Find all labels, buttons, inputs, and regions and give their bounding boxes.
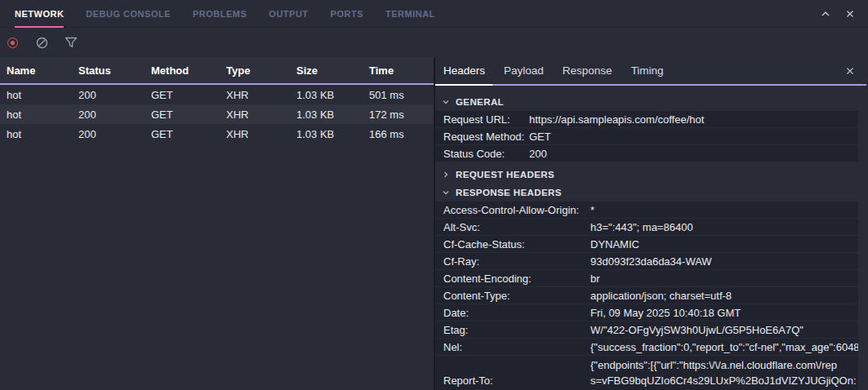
details-tab-bar: Headers Payload Response Timing xyxy=(435,57,866,86)
chevron-up-icon[interactable] xyxy=(819,7,832,20)
cell-time: 172 ms xyxy=(369,109,434,121)
filter-icon[interactable] xyxy=(65,36,78,49)
header-row: Date: Fri, 09 May 2025 10:40:18 GMT xyxy=(435,304,858,321)
tab-headers[interactable]: Headers xyxy=(443,64,485,77)
table-row[interactable]: hot 200 GET XHR 1.03 KB 166 ms xyxy=(0,124,434,144)
cell-type: XHR xyxy=(226,128,296,140)
table-row[interactable]: hot 200 GET XHR 1.03 KB 501 ms xyxy=(0,85,434,104)
details-content: GENERAL Request URL: https://api.samplea… xyxy=(435,86,866,390)
header-row: Etag: W/"422-OFgVyjSW3h0UjwL/G5P5HoE6A7Q… xyxy=(435,321,858,338)
cell-name: hot xyxy=(7,109,78,121)
header-value: h3=":443"; ma=86400 xyxy=(590,221,858,233)
cell-method: GET xyxy=(151,109,226,121)
tab-ports[interactable]: PORTS xyxy=(331,0,363,28)
network-panel-body: Name Status Method Type Size Time hot 20… xyxy=(0,57,868,390)
cell-size: 1.03 KB xyxy=(296,128,369,140)
header-value: GET xyxy=(529,131,858,143)
section-title: RESPONSE HEADERS xyxy=(456,188,562,197)
cell-type: XHR xyxy=(226,89,296,101)
table-row[interactable]: hot 200 GET XHR 1.03 KB 172 ms xyxy=(0,104,434,124)
header-key: Cf-Ray: xyxy=(443,255,590,268)
tab-debug-console[interactable]: DEBUG CONSOLE xyxy=(86,0,171,28)
header-value: W/"422-OFgVyjSW3h0UjwL/G5P5HoE6A7Q" xyxy=(590,324,858,336)
column-header-size[interactable]: Size xyxy=(296,64,369,77)
header-key: Status Code: xyxy=(443,148,529,160)
header-key: Date: xyxy=(443,307,590,319)
header-row: Cf-Ray: 93d093f23da6da34-WAW xyxy=(435,253,858,269)
tab-network[interactable]: NETWORK xyxy=(15,0,64,28)
header-value: 200 xyxy=(529,148,858,160)
cell-type: XHR xyxy=(226,109,296,121)
header-value: DYNAMIC xyxy=(590,238,858,250)
header-value-line: s=vFBG9bqUZIo6Cr4s29LUxP%2BoJ1dVIZYJUGji… xyxy=(590,374,857,387)
header-key: Access-Control-Allow-Origin: xyxy=(443,204,590,216)
close-panel-icon[interactable] xyxy=(844,7,857,20)
cell-name: hot xyxy=(7,128,78,140)
header-row: Content-Encoding: br xyxy=(435,270,858,286)
column-header-status[interactable]: Status xyxy=(78,64,151,77)
column-header-method[interactable]: Method xyxy=(151,64,226,77)
header-row: Request URL: https://api.sampleapis.com/… xyxy=(435,111,858,127)
header-row: Request Method: GET xyxy=(435,128,858,144)
header-value: br xyxy=(590,273,858,285)
header-key: Request Method: xyxy=(443,131,529,143)
tab-output[interactable]: OUTPUT xyxy=(269,0,308,28)
chevron-right-icon xyxy=(442,171,450,179)
requests-table: Name Status Method Type Size Time hot 20… xyxy=(0,57,434,390)
cell-method: GET xyxy=(151,128,226,140)
header-row: Content-Type: application/json; charset=… xyxy=(435,287,858,304)
header-key: Request URL: xyxy=(443,113,529,126)
header-row: Status Code: 200 xyxy=(435,145,858,162)
header-key: Content-Encoding: xyxy=(443,273,590,285)
column-header-time[interactable]: Time xyxy=(369,64,434,77)
clear-icon[interactable] xyxy=(35,36,48,49)
cell-time: 166 ms xyxy=(369,128,434,140)
header-value: {"endpoints":[{"url":"https:\/\/a.nel.cl… xyxy=(590,357,858,390)
header-value: {"success_fraction":0,"report_to":"cf-ne… xyxy=(590,341,858,353)
section-header-general[interactable]: GENERAL xyxy=(435,93,866,111)
requests-table-header: Name Status Method Type Size Time xyxy=(0,57,434,85)
panel-window-controls xyxy=(819,7,868,20)
cell-size: 1.03 KB xyxy=(296,89,369,101)
header-value-line: {"endpoints":[{"url":"https:\/\/a.nel.cl… xyxy=(590,359,837,371)
tab-terminal[interactable]: TERMINAL xyxy=(385,0,435,28)
header-row: Nel: {"success_fraction":0,"report_to":"… xyxy=(435,339,858,355)
tab-payload[interactable]: Payload xyxy=(504,64,544,77)
header-row: Alt-Svc: h3=":443"; ma=86400 xyxy=(435,219,858,235)
header-key: Cf-Cache-Status: xyxy=(443,238,590,250)
header-row: Cf-Cache-Status: DYNAMIC xyxy=(435,236,858,252)
header-row: Access-Control-Allow-Origin: * xyxy=(435,202,858,218)
tab-response[interactable]: Response xyxy=(563,64,612,77)
cell-status: 200 xyxy=(78,89,151,101)
header-value: Fri, 09 May 2025 10:40:18 GMT xyxy=(590,307,858,319)
cell-time: 501 ms xyxy=(369,89,434,101)
header-row: Report-To: {"endpoints":[{"url":"https:\… xyxy=(435,356,858,390)
cell-size: 1.03 KB xyxy=(296,109,369,121)
panel-tab-strip: NETWORK DEBUG CONSOLE PROBLEMS OUTPUT PO… xyxy=(0,0,868,28)
section-header-response-headers[interactable]: RESPONSE HEADERS xyxy=(435,184,866,202)
tab-problems[interactable]: PROBLEMS xyxy=(193,0,247,28)
record-icon[interactable] xyxy=(6,36,19,49)
cell-method: GET xyxy=(151,89,226,101)
header-key: Nel: xyxy=(443,341,590,353)
section-title: GENERAL xyxy=(456,97,504,107)
request-details-pane: Headers Payload Response Timing GENERAL … xyxy=(434,57,866,390)
cell-status: 200 xyxy=(78,109,151,121)
column-header-name[interactable]: Name xyxy=(7,64,78,77)
section-title: REQUEST HEADERS xyxy=(456,170,554,179)
column-header-type[interactable]: Type xyxy=(226,64,296,77)
cell-status: 200 xyxy=(78,128,151,140)
network-toolbar xyxy=(0,28,868,57)
tab-timing[interactable]: Timing xyxy=(631,64,664,77)
header-value: 93d093f23da6da34-WAW xyxy=(590,255,858,268)
header-key: Content-Type: xyxy=(443,290,590,302)
header-value: application/json; charset=utf-8 xyxy=(590,290,858,302)
chevron-down-icon xyxy=(442,98,450,106)
header-key: Report-To: xyxy=(443,374,590,387)
header-value: * xyxy=(590,204,858,216)
close-details-icon[interactable] xyxy=(844,64,857,78)
chevron-down-icon xyxy=(442,188,450,197)
section-header-request-headers[interactable]: REQUEST HEADERS xyxy=(435,166,866,184)
header-key: Etag: xyxy=(443,324,590,336)
cell-name: hot xyxy=(7,89,78,101)
